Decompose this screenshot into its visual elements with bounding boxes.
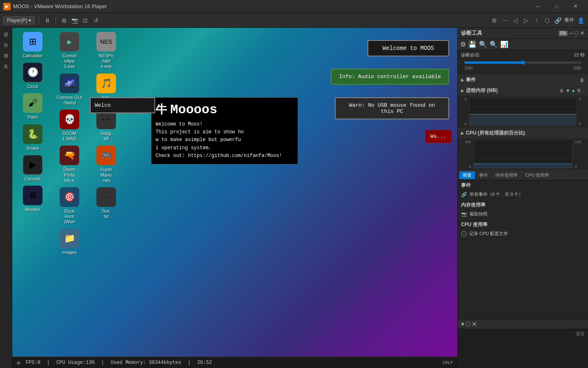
cosmos-icon: 🌌 [60,74,79,93]
memory-header-controls: ⏸ ▼ ● 专... [559,88,585,94]
cpu-chart [473,140,572,168]
desktop-icon-clock[interactable]: 🕐 Clock [16,63,49,89]
fps-display: FPS:0 [26,360,40,366]
cpu-chart-fill [474,164,572,168]
snapshot-icon: 📷 [461,211,467,217]
live-share-icon[interactable]: 🔗 [554,16,562,25]
moos-logo: 牛 Moooos [156,102,294,117]
snake-label: Snake [26,146,39,151]
memory-icon-2[interactable]: ▼ [566,88,570,94]
desktop-icon-console[interactable]: ▶ Console [16,155,49,182]
monitor-label: Monitor [25,207,40,212]
tab-summary[interactable]: 摘要 [459,171,475,179]
desktop-icon-consoleapp[interactable]: ▶ ConsoleApp1.exe [53,32,86,70]
images-icon: 📁 [60,229,79,248]
desktop-icon-snake[interactable]: 🐍 Snake [16,124,49,151]
more-icon[interactable]: ⋯ [501,16,509,25]
timeline-thumb[interactable] [521,61,525,65]
vm-add-icon[interactable]: ✛ [16,358,21,367]
memory-y-right-max: 5 [579,97,581,101]
desktop-background[interactable]: ⊞ Calculator 🕐 Clock 🖌 Paint 🐍 [12,28,457,368]
bottom-panel-collapse[interactable]: ▾ [461,320,464,328]
moos-terminal[interactable]: 牛 Moooos Welcome to Moos! This project i… [151,97,298,164]
usb-warn-notification: Warn: No USB mouse found on this PC [335,97,449,119]
memory-chart-container: 5 0 5 0 [461,97,585,126]
pause-button[interactable]: ⏸ [43,16,51,25]
time-display: 20:52 [197,360,212,366]
left-bar: 进 自 搜 名 [0,28,12,368]
toolbar: Player(P) ▾ ⏸ ⊞ 📷 ⊡ ↺ ⚙ ⋯ ◁ ▷ ↑ ⬡ 🔗 事件 👤 [0,13,588,28]
player-menu[interactable]: Player(P) ▾ [3,16,35,25]
diag-settings-icon[interactable]: ⚙ [460,40,466,48]
memory-y-max: 5 [465,97,467,101]
console-icon: ▶ [23,155,42,175]
diag-chart-icon[interactable]: 📊 [500,40,508,48]
close-button[interactable]: ✕ [566,0,585,13]
events-all-label: 所有事件（0 个，共 0 个） [470,191,523,197]
memory-icon-1[interactable]: ⏸ [559,88,564,94]
cpu-section-header[interactable]: ▶ CPU (所有处理器的百分比) [458,128,588,138]
desktop-icon-monitor[interactable]: 🖥 Monitor [16,186,49,212]
right-panel: 诊断工具 FN ─ □ ✕ ⚙ 💾 🔍 🔍 📊 诊断会话: 22 秒 [457,28,588,368]
left-bar-item-4[interactable]: 名 [1,61,11,71]
cpu-record-button[interactable]: 记录 CPU 配置文件 [469,231,508,237]
left-bar-item-3[interactable]: 搜 [1,51,11,61]
memory-chart [469,97,577,126]
cpu-grid-1 [474,149,572,150]
timeline-bar[interactable] [464,61,581,64]
separator-1: | [47,360,50,366]
account-icon[interactable]: 👤 [577,16,585,25]
doom-label: DOOM1.WAD [62,131,76,141]
maximize-button[interactable]: □ [547,0,566,13]
diag-zoom-in-icon[interactable]: 🔍 [479,40,487,48]
diag-save-icon[interactable]: 💾 [468,40,477,48]
desktop-icon-doomport[interactable]: 🔫 DoomPortable.e [53,146,86,183]
tab-cpu-usage[interactable]: CPU 使用率 [522,171,552,179]
tab-memory-usage[interactable]: 内存使用率 [492,171,521,179]
cpu-usage-section: CPU 使用率 ○ 记录 CPU 配置文件 [458,220,588,239]
fullscreen[interactable]: ⊡ [81,16,89,25]
nav-icon-4[interactable]: ⬡ [543,16,551,25]
memory-header-left: ▶ 进程内存 (MB) [461,87,498,94]
desktop-icon-doom[interactable]: 💀 DOOM1.WAD [53,110,86,141]
snapshot-button[interactable]: 截取快照 [470,211,488,217]
reset[interactable]: ↺ [92,16,100,25]
diag-zoom-out-icon[interactable]: 🔍 [490,40,498,48]
paint-icon: 🖌 [23,93,42,113]
memory-section-header[interactable]: ▶ 进程内存 (MB) ⏸ ▼ ● 专... [458,85,588,96]
nav-icon-3[interactable]: ↑ [532,16,541,25]
events-header[interactable]: ▶ 事件 ⏸ [458,75,588,85]
left-bar-item-2[interactable]: 自 [1,40,11,50]
events-section: ▶ 事件 ⏸ [458,75,588,85]
left-bar-item-1[interactable]: 进 [1,29,11,39]
desktop-icon-text[interactable]: ⋯ Text.txt [90,187,122,219]
live-share-label[interactable]: 事件 [564,17,574,24]
desktop-icon-paint[interactable]: 🖌 Paint [16,93,49,120]
desktop-icon-mario[interactable]: 🎮 SuperMario.nes [90,146,122,183]
desktop-icon-cosmos[interactable]: 🌌 Cosmos-GUI-Samp [53,74,86,105]
desktop-icon-calculator[interactable]: ⊞ Calculator [16,32,49,58]
screenshot[interactable]: 📷 [71,16,79,25]
panel-minimize-icon[interactable]: ─ [569,30,573,36]
send-ctrl-alt-del[interactable]: ⊞ [60,16,68,25]
memory-chart-line [470,114,576,114]
minimize-button[interactable]: ─ [528,0,547,13]
memory-icon-3[interactable]: ● [572,88,575,94]
settings-icon[interactable]: ⚙ [490,16,498,25]
desktop-icon-images[interactable]: 📁 Images [53,229,86,255]
panel-maximize-icon[interactable]: □ [575,30,578,36]
nav-icon-2[interactable]: ▷ [522,16,530,25]
desktop-icon-song[interactable]: ⋯ Song.btf [90,110,122,141]
events-header-left: ▶ 事件 [461,76,476,83]
memory-icon-4[interactable]: 专... [577,88,585,94]
desktop-icon-duckhunt[interactable]: 🎯 DuckHunt(Worl [53,187,86,225]
bottom-panel-expand[interactable]: □ [466,320,470,328]
tab-events[interactable]: 事件 [476,171,491,179]
nav-icon-1[interactable]: ◁ [511,16,519,25]
panel-close-icon[interactable]: ✕ [580,30,585,36]
desktop-icon-nes[interactable]: NES NESPortable.exe [90,32,122,70]
memory-y-right-min: 0 [579,122,581,126]
bottom-panel-close[interactable]: ✕ [472,320,477,328]
doomport-icon: 🔫 [60,146,79,165]
app-logo: ▶ [3,3,11,10]
